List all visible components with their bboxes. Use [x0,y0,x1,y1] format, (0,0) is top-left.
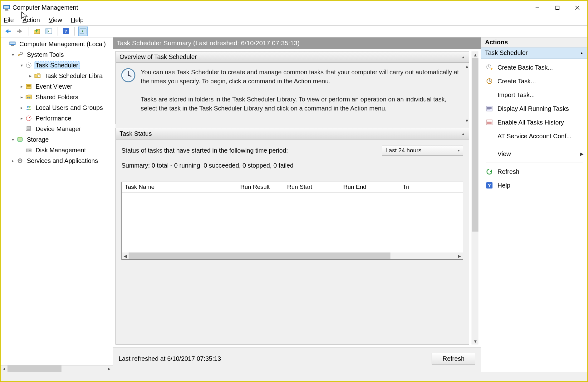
tree-system-tools[interactable]: ▾ System Tools [1,49,113,60]
collapse-icon[interactable]: ▾ [18,63,25,68]
toolbar: ? [1,25,587,37]
action-display-running[interactable]: Display All Running Tasks [481,102,587,115]
tree-scrollbar[interactable]: ◂ ▸ [1,365,113,372]
actions-section[interactable]: Task Scheduler ▲ [481,47,587,59]
action-create-basic-task[interactable]: Create Basic Task... [481,61,587,74]
scroll-down-icon[interactable]: ▾ [465,117,469,124]
maximize-button[interactable] [547,1,567,15]
svg-rect-26 [27,86,31,87]
tree-services-apps[interactable]: ▸ Services and Applications [1,155,113,166]
tree-performance[interactable]: ▸ Performance [1,113,113,124]
tree-root[interactable]: Computer Management (Local) [1,39,113,49]
expand-icon[interactable]: ▸ [18,105,25,110]
expand-icon[interactable]: ▸ [9,158,16,163]
svg-rect-15 [84,29,86,34]
tree-disk-management[interactable]: Disk Management [1,145,113,155]
table-scrollbar[interactable]: ◂ ▸ [122,252,463,259]
overview-paragraph-1: You can use Task Scheduler to create and… [141,68,460,86]
svg-rect-33 [27,126,31,130]
submenu-arrow-icon: ▶ [580,151,584,156]
show-hide-tree-button[interactable] [44,27,53,36]
expand-icon[interactable]: ▸ [18,84,25,89]
scrollbar-thumb[interactable] [472,58,478,232]
tree-device-manager[interactable]: Device Manager [1,124,113,134]
menu-action[interactable]: Action [22,17,40,24]
center-footer: Last refreshed at 6/10/2017 07:35:13 Ref… [113,347,481,372]
up-folder-button[interactable] [32,27,42,36]
center-scrollbar[interactable]: ▴ ▾ [472,51,478,345]
svg-point-23 [37,75,40,77]
overview-scrollbar[interactable]: ▴ ▾ [465,63,469,124]
forward-button[interactable] [15,27,24,36]
col-run-end[interactable]: Run End [340,182,399,192]
scroll-up-icon[interactable]: ▴ [465,63,469,70]
menu-help[interactable]: Help [71,17,84,24]
svg-point-27 [27,97,29,99]
expand-icon[interactable]: ▸ [27,73,34,78]
collapse-icon[interactable]: ▾ [9,52,16,57]
console-tree[interactable]: Computer Management (Local) ▾ System Too… [1,37,113,365]
minimize-button[interactable] [527,1,547,15]
menu-view[interactable]: View [49,17,62,24]
device-manager-icon [25,125,32,133]
scrollbar-thumb[interactable] [7,365,61,372]
tree-task-scheduler-library[interactable]: ▸ Task Scheduler Libra [1,71,113,81]
tree-event-viewer[interactable]: ▸ Event Viewer [1,81,113,92]
action-view[interactable]: View ▶ [481,147,587,161]
svg-rect-56 [487,121,492,121]
tree-shared-folders[interactable]: ▸ Shared Folders [1,92,113,102]
expand-icon[interactable]: ▸ [18,116,25,121]
action-refresh[interactable]: Refresh [481,165,587,179]
svg-rect-1 [4,6,9,8]
svg-point-39 [19,160,21,161]
svg-rect-57 [487,122,492,123]
col-triggered[interactable]: Tri [399,182,463,192]
col-run-start[interactable]: Run Start [284,182,340,192]
period-select[interactable]: Last 24 hours ▾ [382,145,463,156]
overview-header[interactable]: Overview of Task Scheduler ▲ [116,51,469,63]
scroll-left-icon[interactable]: ◂ [1,365,7,372]
action-enable-history[interactable]: Enable All Tasks History [481,115,587,129]
workspace: Computer Management (Local) ▾ System Too… [1,37,587,372]
menu-file[interactable]: File [4,17,14,24]
menubar: File Action View Help [1,15,587,25]
create-basic-task-icon [486,64,493,71]
show-hide-action-pane-button[interactable] [78,27,88,36]
help-button[interactable]: ? [61,27,71,36]
action-at-service-account[interactable]: AT Service Account Conf... [481,129,587,143]
scroll-right-icon[interactable]: ▸ [456,252,463,259]
disk-icon [25,146,32,154]
scroll-up-icon[interactable]: ▴ [472,51,478,58]
col-task-name[interactable]: Task Name [122,182,237,192]
shared-folder-icon [25,93,32,101]
svg-rect-2 [5,9,8,10]
back-button[interactable] [3,27,12,36]
svg-rect-17 [10,42,15,44]
action-help[interactable]: ? Help [481,179,587,192]
tree-task-scheduler[interactable]: ▾ Task Scheduler [1,60,113,71]
expand-icon[interactable]: ▸ [18,95,25,100]
tree-root-label: Computer Management (Local) [18,41,107,48]
overview-panel: Overview of Task Scheduler ▲ You can us [115,51,469,124]
scroll-right-icon[interactable]: ▸ [106,365,113,372]
titlebar: Computer Management [1,1,587,15]
action-create-task[interactable]: Create Task... [481,74,587,88]
col-run-result[interactable]: Run Result [237,182,284,192]
task-status-panel: Task Status ▲ Status of tasks that have … [115,128,469,345]
scroll-left-icon[interactable]: ◂ [122,252,129,259]
tree-local-users-groups[interactable]: ▸ Local Users and Groups [1,102,113,113]
scroll-down-icon[interactable]: ▾ [472,338,478,345]
refresh-button[interactable]: Refresh [432,353,475,365]
close-button[interactable] [567,1,587,15]
tree-storage[interactable]: ▾ Storage [1,134,113,145]
table-body [122,193,463,252]
task-status-header[interactable]: Task Status ▲ [116,128,469,140]
collapse-icon[interactable]: ▾ [9,137,16,142]
scrollbar-thumb[interactable] [129,252,390,259]
action-import-task[interactable]: Import Task... [481,88,587,102]
table-header[interactable]: Task Name Run Result Run Start Run End T… [122,182,463,193]
svg-rect-25 [27,85,31,86]
svg-rect-34 [26,130,31,131]
svg-rect-8 [8,31,11,32]
tasks-history-icon [486,119,493,126]
